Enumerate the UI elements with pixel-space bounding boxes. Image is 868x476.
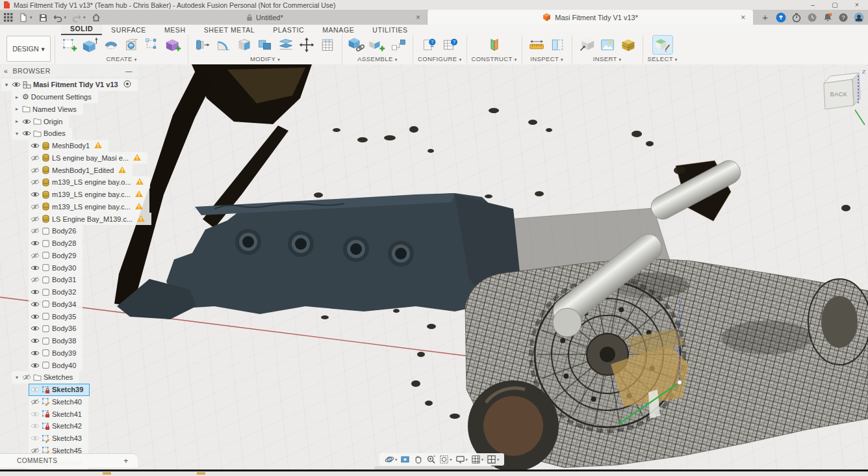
chevron-down-icon[interactable]: ▾ xyxy=(30,15,32,20)
create-form-button[interactable] xyxy=(164,36,183,54)
tree-item-body34[interactable]: Body34 xyxy=(29,298,83,311)
visibility-eye-icon[interactable] xyxy=(31,228,40,234)
tree-item-body40[interactable]: Body40 xyxy=(29,359,83,371)
group-label-construct[interactable]: CONSTRUCT ▾ xyxy=(472,55,517,62)
undo-icon[interactable] xyxy=(53,13,62,22)
visibility-eye-icon[interactable] xyxy=(31,289,40,295)
visibility-eye-icon[interactable] xyxy=(31,386,40,393)
look-at-button[interactable] xyxy=(400,455,410,464)
help-icon[interactable]: ? xyxy=(838,12,849,23)
warning-icon[interactable] xyxy=(116,166,126,174)
change-parameters-button[interactable] xyxy=(318,36,337,54)
tree-item-ls-engine-bay-masi-e[interactable]: LS engine bay_Masi e... xyxy=(29,152,147,165)
tree-item-sketch41[interactable]: Sketch41 xyxy=(29,408,88,420)
tree-item-body36[interactable]: Body36 xyxy=(29,323,83,335)
app-grid-icon[interactable] xyxy=(4,13,13,22)
avatar[interactable] xyxy=(854,12,864,23)
group-label-assemble[interactable]: ASSEMBLE ▾ xyxy=(357,55,397,62)
panel-collapse-icon[interactable]: « xyxy=(4,67,8,75)
shell-button[interactable] xyxy=(235,36,254,54)
visibility-eye-icon[interactable] xyxy=(31,301,40,308)
maximize-button[interactable]: ▢ xyxy=(824,1,846,8)
ribbon-tab-solid[interactable]: SOLID xyxy=(61,25,102,35)
group-label-configure[interactable]: CONFIGURE ▾ xyxy=(418,55,462,62)
visibility-eye-icon[interactable] xyxy=(31,265,40,271)
press-pull-button[interactable] xyxy=(193,36,212,54)
chevron-down-icon[interactable]: ▾ xyxy=(395,457,397,462)
panel-minimize-icon[interactable]: — xyxy=(125,67,133,75)
visibility-eye-icon[interactable] xyxy=(22,118,31,125)
timeline-marker[interactable] xyxy=(103,472,111,475)
fillet-button[interactable] xyxy=(214,36,233,54)
tree-item-body29[interactable]: Body29 xyxy=(29,250,83,262)
visibility-eye-icon[interactable] xyxy=(31,167,40,174)
new-tab-button[interactable]: + xyxy=(753,10,776,25)
tree-item-m139-ls-engine-bay-c[interactable]: m139_LS engine bay.c... xyxy=(29,189,149,201)
collapse-arrow-icon[interactable]: ▾ xyxy=(3,82,10,88)
warning-icon[interactable] xyxy=(133,178,144,186)
extensions-icon[interactable] xyxy=(791,12,802,23)
tree-item-sketches[interactable]: ▾Sketches xyxy=(12,371,79,384)
tree-item-ls-engine-bay-m139-c[interactable]: LS Engine Bay_M139.c... xyxy=(29,213,151,225)
ribbon-tab-manage[interactable]: MANAGE xyxy=(313,26,363,35)
layout-grid-button[interactable]: ▾ xyxy=(471,455,483,464)
group-label-create[interactable]: CREATE ▾ xyxy=(106,55,136,62)
visibility-eye-icon[interactable] xyxy=(31,276,40,283)
group-label-modify[interactable]: MODIFY ▾ xyxy=(250,55,280,62)
tab-close-icon[interactable]: × xyxy=(416,13,420,22)
chevron-down-icon[interactable]: ▾ xyxy=(64,15,67,20)
redo-icon[interactable] xyxy=(72,13,81,22)
extrude-button[interactable] xyxy=(81,36,100,54)
viewports-button[interactable]: ▾ xyxy=(487,455,499,464)
tree-item-body30[interactable]: Body30 xyxy=(29,261,83,274)
visibility-eye-icon[interactable] xyxy=(31,252,40,259)
tree-item-sketch40[interactable]: Sketch40 xyxy=(29,396,88,408)
measure-button[interactable] xyxy=(527,36,546,54)
group-label-inspect[interactable]: INSPECT ▾ xyxy=(530,55,563,62)
visibility-eye-icon[interactable] xyxy=(31,155,40,161)
visibility-eye-icon[interactable] xyxy=(31,204,40,210)
visibility-eye-icon[interactable] xyxy=(31,313,40,320)
job-status-icon[interactable] xyxy=(776,12,786,23)
ribbon-tab-sheet-metal[interactable]: SHEET METAL xyxy=(195,26,264,35)
tree-item-body35[interactable]: Body35 xyxy=(29,310,83,323)
tree-item-bodies[interactable]: ▾Bodies xyxy=(12,127,72,140)
visibility-eye-icon[interactable] xyxy=(31,240,40,246)
visibility-eye-icon[interactable] xyxy=(31,423,40,429)
home-icon[interactable] xyxy=(92,13,101,22)
activate-component-icon[interactable] xyxy=(120,80,131,89)
configuration-table-button[interactable]: ? xyxy=(440,36,460,54)
tree-item-meshbody1[interactable]: MeshBody1 xyxy=(29,140,108,152)
chevron-down-icon[interactable]: ▾ xyxy=(466,457,468,462)
tree-item-body39[interactable]: Body39 xyxy=(29,347,83,360)
recent-icon[interactable] xyxy=(807,12,817,23)
insert-derive-button[interactable] xyxy=(577,36,596,54)
tree-item-sketch42[interactable]: Sketch42 xyxy=(29,420,88,432)
tree-item-masi-fitment-tidy-v1-v13[interactable]: ▾Masi Fitment Tidy V1 v13 xyxy=(1,79,138,91)
chevron-down-icon[interactable]: ▾ xyxy=(481,457,483,462)
visibility-eye-icon[interactable] xyxy=(31,325,40,332)
ribbon-tab-plastic[interactable]: PLASTIC xyxy=(264,26,313,35)
visibility-eye-icon[interactable] xyxy=(31,399,40,405)
tree-item-named-views[interactable]: ▸Named Views xyxy=(12,103,83,116)
document-tab-untitled[interactable]: Untitled* × xyxy=(103,10,428,25)
comments-bar[interactable]: COMMENTS + xyxy=(0,453,138,468)
expand-arrow-icon[interactable]: ▸ xyxy=(14,94,20,100)
tree-item-document-settings[interactable]: ▸⚙Document Settings xyxy=(12,91,98,103)
expand-arrow-icon[interactable]: ▸ xyxy=(14,106,20,112)
group-label-select[interactable]: SELECT ▾ xyxy=(648,55,678,62)
tree-item-body26[interactable]: Body26 xyxy=(29,225,83,237)
tab-close-icon[interactable]: × xyxy=(741,13,745,22)
fit-button[interactable]: ▾ xyxy=(439,455,452,464)
warning-icon[interactable] xyxy=(133,203,143,211)
configuration-button[interactable]: ? xyxy=(420,36,439,54)
visibility-eye-icon[interactable] xyxy=(12,81,21,88)
visibility-eye-icon[interactable] xyxy=(31,362,40,369)
collapse-arrow-icon[interactable]: ▾ xyxy=(14,131,20,137)
new-component-button[interactable] xyxy=(368,36,387,54)
ribbon-tab-surface[interactable]: SURFACE xyxy=(102,26,155,35)
tree-item-m139-ls-engine-bay-o[interactable]: m139_LS engine bay.o... xyxy=(29,176,150,189)
construction-plane-button[interactable] xyxy=(485,36,504,54)
expand-arrow-icon[interactable]: ▸ xyxy=(14,118,20,124)
tree-item-meshbody1-edited[interactable]: MeshBody1_Edited xyxy=(29,164,133,176)
